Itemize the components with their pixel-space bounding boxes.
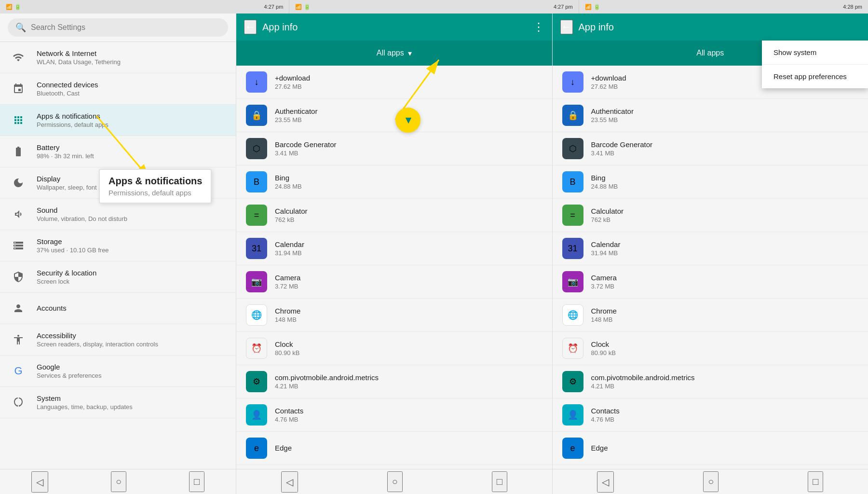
right-home-nav[interactable]: ○ (703, 471, 719, 492)
app-text: Calculator 762 kB (275, 207, 308, 223)
app-icon-right: ⬡ (562, 138, 583, 159)
sidebar-item-connected[interactable]: Connected devices Bluetooth, Cast (0, 73, 236, 105)
app-text-right: com.pivotmobile.android.metrics 4.21 MB (591, 373, 695, 390)
sound-icon (10, 206, 27, 223)
app-name: Contacts (275, 407, 303, 415)
dropdown-menu: Show system Reset app preferences (762, 41, 868, 88)
sidebar-item-storage[interactable]: Storage 37% used · 10.10 GB free (0, 230, 236, 261)
sidebar-item-security[interactable]: Security & location Screen lock (0, 261, 236, 293)
app-icon: B (246, 171, 267, 192)
app-icon: ⬡ (246, 138, 267, 159)
middle-app-item[interactable]: ⬡ Barcode Generator 3.41 MB (236, 132, 552, 165)
middle-app-panel: ← App info ⋮ All apps ▾ ↓ +download 27.6… (236, 14, 553, 494)
middle-app-item[interactable]: 📷 Camera 3.72 MB (236, 265, 552, 299)
middle-app-item[interactable]: 👤 Contacts 4.76 MB (236, 398, 552, 432)
middle-app-item[interactable]: = Calculator 762 kB (236, 199, 552, 232)
app-text: Bing 24.88 MB (275, 174, 302, 190)
middle-app-item[interactable]: 🔒 Authenticator 23.55 MB (236, 99, 552, 132)
middle-app-item[interactable]: ↓ +download 27.62 MB (236, 66, 552, 99)
search-icon: 🔍 (15, 22, 26, 33)
right-app-item[interactable]: 👤 Contacts 4.76 MB (553, 398, 868, 432)
search-input[interactable] (31, 23, 220, 32)
google-subtitle: Services & preferences (37, 372, 101, 379)
right-app-item[interactable]: B Bing 24.88 MB (553, 165, 868, 199)
battery-settings-icon (10, 143, 27, 160)
app-text-right: Calendar 31.94 MB (591, 240, 621, 257)
wifi-icon: 📶 (6, 4, 13, 10)
app-size: 31.94 MB (275, 249, 304, 257)
right-apps-list: ↓ +download 27.62 MB 🔒 Authenticator 23.… (553, 66, 868, 469)
middle-recent-nav[interactable]: □ (492, 471, 507, 492)
sidebar-item-accessibility[interactable]: Accessibility Screen readers, display, i… (0, 324, 236, 356)
app-name-right: Barcode Generator (591, 140, 653, 149)
right-recent-nav[interactable]: □ (808, 471, 823, 492)
right-app-item[interactable]: ⏰ Clock 80.90 kB (553, 332, 868, 365)
app-name-right: Authenticator (591, 107, 634, 115)
middle-all-apps-bar[interactable]: All apps ▾ (236, 41, 552, 66)
sidebar-item-apps[interactable]: Apps & notifications Permissions, defaul… (0, 105, 236, 136)
app-icon: e (246, 438, 267, 459)
accessibility-subtitle: Screen readers, display, interaction con… (37, 341, 158, 348)
app-text: Edge (275, 444, 292, 453)
right-app-item[interactable]: ⬡ Barcode Generator 3.41 MB (553, 132, 868, 165)
app-size-right: 23.55 MB (591, 116, 634, 124)
google-icon: G (10, 362, 27, 380)
middle-back-button[interactable]: ← (244, 20, 257, 34)
middle-app-item[interactable]: 31 Calendar 31.94 MB (236, 232, 552, 265)
middle-app-item[interactable]: 🌐 Chrome 148 MB (236, 299, 552, 332)
app-icon: ⚙ (246, 371, 267, 392)
right-app-item[interactable]: ⚙ com.pivotmobile.android.metrics 4.21 M… (553, 365, 868, 398)
middle-app-item[interactable]: B Bing 24.88 MB (236, 165, 552, 199)
tooltip-title: Apps & notifications (108, 176, 202, 187)
app-icon-right: ⏰ (562, 338, 583, 359)
home-nav-btn[interactable]: ○ (111, 471, 126, 492)
app-size-right: 24.88 MB (591, 183, 618, 190)
right-app-item[interactable]: = Calculator 762 kB (553, 199, 868, 232)
sidebar-item-system[interactable]: System Languages, time, backup, updates (0, 387, 236, 418)
accounts-title: Accounts (37, 304, 67, 312)
sidebar-item-accounts[interactable]: Accounts (0, 293, 236, 324)
status-bar-left: 📶 🔋 4:27 pm (0, 0, 289, 14)
app-size-right: 148 MB (591, 316, 617, 323)
sidebar-item-google[interactable]: G Google Services & preferences (0, 356, 236, 387)
right-app-item[interactable]: e Edge (553, 432, 868, 465)
app-name: Calculator (275, 207, 308, 215)
right-app-item[interactable]: 31 Calendar 31.94 MB (553, 232, 868, 265)
right-back-button[interactable]: ← (560, 20, 573, 34)
tooltip-subtitle: Permissions, default apps (108, 189, 202, 197)
right-app-item[interactable]: 🔒 Authenticator 23.55 MB (553, 99, 868, 132)
middle-app-item[interactable]: ⏰ Clock 80.90 kB (236, 332, 552, 365)
app-size-right: 4.76 MB (591, 416, 620, 423)
app-name: com.pivotmobile.android.metrics (275, 373, 379, 382)
app-size-right: 31.94 MB (591, 249, 621, 257)
middle-app-item[interactable]: e Edge (236, 432, 552, 465)
status-bars: 📶 🔋 4:27 pm 📶 🔋 4:27 pm 📶 🔋 4:28 pm (0, 0, 868, 14)
app-icon: ⏰ (246, 338, 267, 359)
show-system-item[interactable]: Show system (762, 41, 868, 65)
yellow-dropdown-circle[interactable]: ▾ (395, 108, 420, 133)
storage-title: Storage (37, 237, 109, 246)
battery-icon: 🔋 (14, 4, 21, 10)
middle-more-button[interactable]: ⋮ (533, 20, 544, 34)
right-back-nav[interactable]: ◁ (597, 471, 614, 493)
security-text: Security & location Screen lock (37, 269, 96, 285)
app-size: 3.41 MB (275, 150, 337, 157)
app-name: Clock (275, 340, 299, 348)
security-title: Security & location (37, 269, 96, 277)
app-size: 4.76 MB (275, 416, 303, 423)
right-status-icons: 📶 🔋 (585, 4, 600, 10)
right-app-item[interactable]: 📷 Camera 3.72 MB (553, 265, 868, 299)
middle-home-nav[interactable]: ○ (387, 471, 403, 492)
search-input-wrap[interactable]: 🔍 (8, 18, 228, 37)
middle-back-nav[interactable]: ◁ (281, 471, 298, 493)
sidebar-item-network[interactable]: Network & Internet WLAN, Data Usage, Tet… (0, 42, 236, 73)
recent-nav-btn[interactable]: □ (189, 471, 204, 492)
right-app-item[interactable]: 🌐 Chrome 148 MB (553, 299, 868, 332)
reset-app-prefs-item[interactable]: Reset app preferences (762, 65, 868, 88)
back-nav-btn[interactable]: ◁ (31, 471, 48, 493)
app-size: 762 kB (275, 216, 308, 223)
sidebar-item-battery[interactable]: Battery 98% · 3h 32 min. left (0, 136, 236, 167)
app-text: +download 27.62 MB (275, 74, 310, 90)
middle-app-item[interactable]: ⚙ com.pivotmobile.android.metrics 4.21 M… (236, 365, 552, 398)
settings-sidebar: 🔍 Network & Internet WLAN, Data Usage, T… (0, 14, 236, 494)
